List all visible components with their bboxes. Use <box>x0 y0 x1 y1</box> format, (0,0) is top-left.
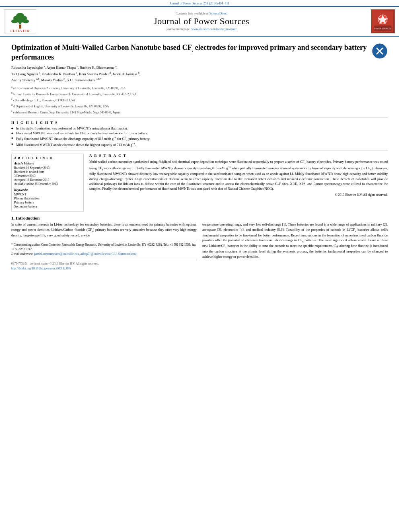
history-item-0: Received 16 September 2013 <box>14 166 81 170</box>
history-item-3: Accepted 16 December 2013 <box>14 178 81 182</box>
intro-left-text: In spite of current interests in Li-ion … <box>11 222 197 238</box>
article-info-column: A R T I C L E I N F O Article history: R… <box>11 154 84 212</box>
doi-link: http://dx.doi.org/10.1016/j.jpowsour.201… <box>11 267 197 271</box>
body-right: temperature operating range, and very lo… <box>202 222 388 271</box>
issn-line: 0378-7753/$ – see front matter © 2013 El… <box>11 262 197 266</box>
svg-text:CrossMark: CrossMark <box>375 55 385 58</box>
affil-b: b b Conn Center for Renewable Energy Res… <box>11 91 388 97</box>
history-item-4: Available online 25 December 2013 <box>14 182 81 186</box>
corresponding-note: * Corresponding author. Conn Center for … <box>11 243 197 251</box>
svg-point-8 <box>19 22 21 24</box>
article-info-abstract: A R T I C L E I N F O Article history: R… <box>11 154 388 212</box>
keyword-3: Secondary battery <box>14 205 81 208</box>
bottom-bar: 0378-7753/$ – see front matter © 2013 El… <box>11 260 197 271</box>
journal-reference-bar: Journal of Power Sources 253 (2014) 404–… <box>0 0 399 6</box>
sciencedirect-link[interactable]: ScienceDirect <box>210 12 228 15</box>
email-label: E-mail addresses: <box>11 252 33 256</box>
history-item-2: 3 December 2013 <box>14 174 81 178</box>
journal-logo-right: POWER SOURCES <box>367 9 395 33</box>
copyright-line: © 2013 Elsevier B.V. All rights reserved… <box>89 193 388 197</box>
svg-text:POWER SOURCES: POWER SOURCES <box>374 27 391 29</box>
highlight-2: Fluorinated MWCNT was used as cathode fo… <box>11 131 388 135</box>
keywords-title: Keywords: <box>14 188 81 192</box>
authors: Ruwantha Jayasinghe a, Arjun Kumar Thapa… <box>11 64 388 83</box>
crossmark-svg: CrossMark <box>372 43 387 59</box>
affil-c: c c NanoHoldings LLC., Rowayton, CT 0685… <box>11 97 388 103</box>
body-section: 1. Introduction In spite of current inte… <box>11 216 388 271</box>
journal-center: Contents lists available at ScienceDirec… <box>36 12 367 31</box>
elsevier-label: ELSEVIER <box>10 29 30 33</box>
email-addresses: gamini.sumanasekera@louisville.edu, akha… <box>34 252 138 256</box>
highlights-title: H I G H L I G H T S <box>11 121 388 125</box>
abstract-column: A B S T R A C T Multi-walled carbon nano… <box>89 154 388 212</box>
journal-reference-text: Journal of Power Sources 253 (2014) 404–… <box>169 2 229 5</box>
homepage-line: journal homepage: www.elsevier.com/locat… <box>36 27 367 31</box>
article-history-title: Article history: <box>14 162 81 165</box>
article-info-title: A R T I C L E I N F O <box>14 156 81 160</box>
divider-2 <box>11 150 388 150</box>
highlight-3: Fully fluorinated MWCNT shows the discha… <box>11 136 388 142</box>
journal-logo-svg: POWER SOURCES <box>372 10 393 33</box>
contents-line: Contents lists available at ScienceDirec… <box>36 12 367 15</box>
crossmark-badge: CrossMark <box>372 43 388 59</box>
introduction-title: 1. Introduction <box>11 216 388 220</box>
power-sources-logo: POWER SOURCES <box>371 9 395 33</box>
affiliations: a a Department of Physics & Astronomy, U… <box>11 85 388 115</box>
homepage-url[interactable]: www.elsevier.com/locate/jpowsour <box>191 27 237 31</box>
elsevier-tree-svg <box>8 12 32 29</box>
journal-title: Journal of Power Sources <box>36 16 367 27</box>
footnote-area: * Corresponding author. Conn Center for … <box>11 241 197 257</box>
affil-d: d d Department of English, University of… <box>11 103 388 109</box>
abstract-text: Multi-walled carbon nanotubes synthesize… <box>89 159 388 191</box>
article-info-box: A R T I C L E I N F O Article history: R… <box>11 154 84 212</box>
article-title: Optimization of Multi-Walled Carbon Nano… <box>11 43 368 62</box>
body-two-col: In spite of current interests in Li-ion … <box>11 222 388 271</box>
page: Journal of Power Sources 253 (2014) 404–… <box>0 0 399 532</box>
body-left: In spite of current interests in Li-ion … <box>11 222 197 271</box>
intro-right-text: temperature operating range, and very lo… <box>202 222 388 259</box>
highlights-section: H I G H L I G H T S In this study, fluor… <box>11 121 388 147</box>
elsevier-logo: ELSEVIER <box>4 9 36 33</box>
affil-a: a a Department of Physics & Astronomy, U… <box>11 85 388 90</box>
keyword-1: Plasma fluorination <box>14 197 81 200</box>
highlight-1: In this study, fluorination was performe… <box>11 126 388 130</box>
journal-header: ELSEVIER Contents lists available at Sci… <box>0 6 399 37</box>
doi-url[interactable]: http://dx.doi.org/10.1016/j.jpowsour.201… <box>11 267 71 270</box>
abstract-title: A B S T R A C T <box>89 154 388 158</box>
content-area: Optimization of Multi-Walled Carbon Nano… <box>0 37 399 276</box>
highlight-4: Mild fluorinated MWCNT anode electrode s… <box>11 142 388 147</box>
keyword-0: MWCNT <box>14 193 81 196</box>
history-item-1: Received in revised form <box>14 170 81 174</box>
svg-rect-7 <box>19 25 21 29</box>
email-footnote: E-mail addresses: gamini.sumanasekera@lo… <box>11 252 197 257</box>
svg-point-6 <box>23 19 29 23</box>
keywords-section: Keywords: MWCNT Plasma fluorination Prim… <box>14 188 81 208</box>
article-title-section: Optimization of Multi-Walled Carbon Nano… <box>11 43 388 62</box>
keyword-2: Primary battery <box>14 201 81 204</box>
affil-e: e e Advanced Research Center, Saga Unive… <box>11 109 388 115</box>
divider-1 <box>11 117 388 117</box>
